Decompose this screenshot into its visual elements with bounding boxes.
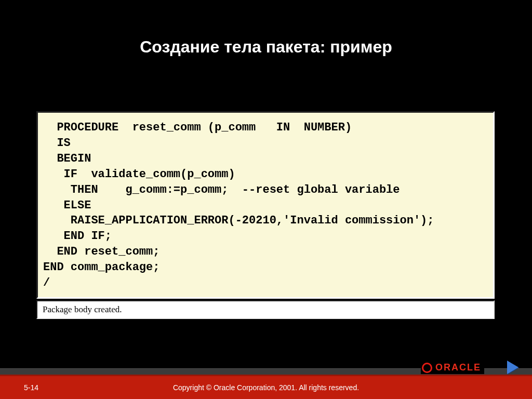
oracle-o-icon	[422, 363, 432, 373]
oracle-logo: ORACLE	[421, 361, 484, 374]
code-block: PROCEDURE reset_comm (p_comm IN NUMBER) …	[36, 111, 495, 299]
slide-title: Создание тела пакета: пример	[0, 0, 532, 57]
slide: Создание тела пакета: пример PROCEDURE r…	[0, 0, 532, 399]
output-block: Package body created.	[36, 300, 495, 319]
oracle-logo-text: ORACLE	[435, 362, 481, 373]
copyright-text: Copyright © Oracle Corporation, 2001. Al…	[0, 383, 532, 392]
next-arrow-icon[interactable]	[507, 361, 518, 374]
